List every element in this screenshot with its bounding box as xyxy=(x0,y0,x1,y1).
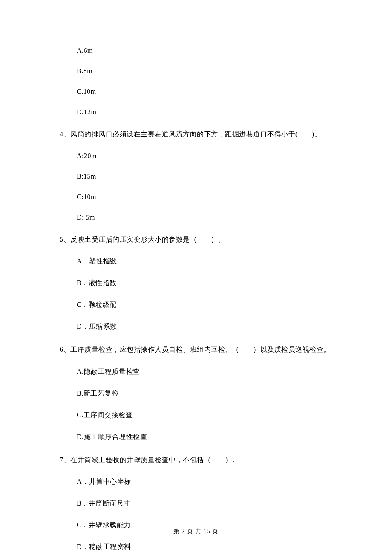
q3-option-a: A.6m xyxy=(77,47,332,55)
q3-option-b: B.8m xyxy=(77,67,332,75)
q5-option-d: D．压缩系数 xyxy=(77,322,332,331)
q3-option-d: D.12m xyxy=(77,108,332,116)
q7-option-b: B．井筒断面尺寸 xyxy=(77,499,332,508)
q7-option-d: D．稳蔽工程资料 xyxy=(77,543,332,552)
q6-option-b: B.新工艺复检 xyxy=(77,389,332,398)
document-page: A.6m B.8m C.10m D.12m 4、风筒的排风口必须设在主要巷道风流… xyxy=(0,0,392,555)
page-footer: 第 2 页 共 15 页 xyxy=(0,528,392,535)
question-5-text: 5、反映土受压后的压实变形大小的参数是（ ）。 xyxy=(60,234,332,245)
q5-option-a: A．塑性指数 xyxy=(77,257,332,266)
q5-option-c: C．颗粒级配 xyxy=(77,301,332,309)
question-4-text: 4、风筒的排风口必须设在主要巷道风流方向的下方，距掘进巷道口不得小于( )。 xyxy=(60,129,332,140)
q4-option-d: D: 5m xyxy=(77,214,332,221)
q4-option-c: C:10m xyxy=(77,193,332,201)
q5-option-b: B．液性指数 xyxy=(77,279,332,288)
q6-option-c: C.工序间交接检查 xyxy=(77,411,332,420)
q3-option-c: C.10m xyxy=(77,88,332,95)
question-6-text: 6、工序质量检查，应包括操作人员自检、班组内互检、（ ）以及质检员巡视检查。 xyxy=(60,344,332,355)
q6-option-d: D.施工顺序合理性检查 xyxy=(77,433,332,442)
q4-option-b: B:15m xyxy=(77,173,332,180)
q7-option-a: A．井筒中心坐标 xyxy=(77,477,332,486)
q4-option-a: A:20m xyxy=(77,152,332,160)
question-7-text: 7、在井筒竣工验收的井壁质量检查中，不包括（ ）。 xyxy=(60,454,332,465)
q6-option-a: A.隐蔽工程质量检查 xyxy=(77,367,332,376)
